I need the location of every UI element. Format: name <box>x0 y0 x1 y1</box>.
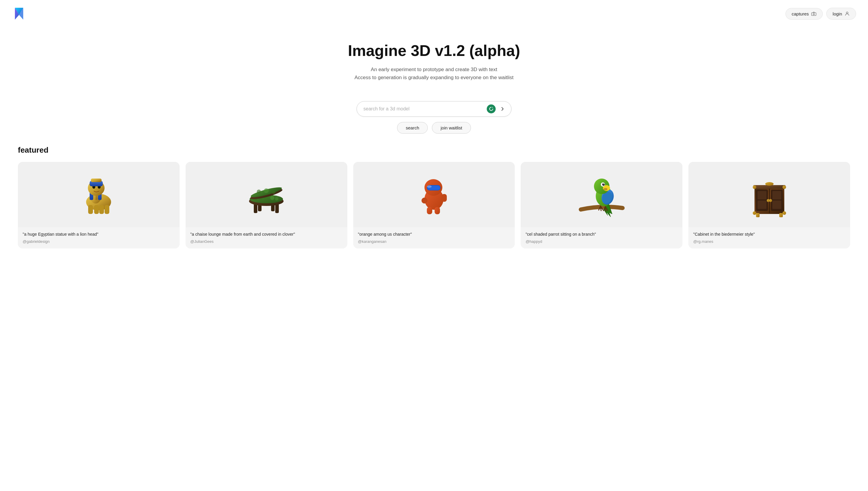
featured-card-2[interactable]: "a chaise lounge made from earth and cov… <box>186 162 347 249</box>
svg-rect-67 <box>779 213 783 217</box>
hero-subtitle-line2: Access to generation is gradually expand… <box>354 75 514 80</box>
svg-point-65 <box>783 211 786 215</box>
search-action-buttons: search join waitlist <box>397 122 471 134</box>
svg-rect-1 <box>812 13 816 16</box>
card-content-4: "cel shaded parrot sitting on a branch" … <box>521 227 682 249</box>
featured-title: featured <box>18 146 850 155</box>
card-image-2 <box>186 162 347 227</box>
card-author-3: @karanganesan <box>358 239 510 244</box>
card-image-5 <box>688 162 850 227</box>
featured-section: featured <box>0 134 868 260</box>
svg-point-63 <box>783 185 786 189</box>
svg-rect-17 <box>91 178 102 182</box>
arrow-right-icon <box>499 106 506 112</box>
search-button[interactable]: search <box>397 122 428 134</box>
search-submit-button[interactable] <box>498 105 507 113</box>
hero-subtitle-line1: An early experiment to prototype and cre… <box>371 67 497 72</box>
svg-point-28 <box>275 197 278 201</box>
svg-rect-39 <box>427 207 432 214</box>
card-content-1: "a huge Egyptian statue with a lion head… <box>18 227 180 249</box>
svg-point-68 <box>765 182 774 186</box>
svg-point-64 <box>753 211 756 215</box>
svg-point-32 <box>264 189 269 193</box>
card-author-1: @gabrieldesign <box>23 239 175 244</box>
search-section: search join waitlist <box>0 101 868 134</box>
hero-title: Imagine 3D v1.2 (alpha) <box>6 42 862 59</box>
card-description-5: "Cabinet in the biedermeier style" <box>693 232 845 237</box>
svg-rect-59 <box>772 201 781 209</box>
card-description-3: "orange among us character" <box>358 232 510 237</box>
join-waitlist-button[interactable]: join waitlist <box>432 122 471 134</box>
card-author-2: @JulianGees <box>190 239 343 244</box>
cards-grid: "a huge Egyptian statue with a lion head… <box>18 162 850 249</box>
refresh-icon <box>489 107 494 111</box>
login-button[interactable]: login <box>826 8 856 20</box>
card-author-5: @rg.manes <box>693 239 845 244</box>
card-description-4: "cel shaded parrot sitting on a branch" <box>525 232 678 237</box>
card-author-4: @happyd <box>525 239 678 244</box>
captures-label: captures <box>792 11 809 17</box>
card-content-5: "Cabinet in the biedermeier style" @rg.m… <box>688 227 850 249</box>
svg-point-33 <box>272 191 275 194</box>
featured-card-3[interactable]: "orange among us character" @karanganesa… <box>353 162 515 249</box>
svg-rect-6 <box>94 205 99 214</box>
header-buttons: captures login <box>786 8 856 20</box>
search-bar <box>357 101 511 117</box>
hero-subtitle: An early experiment to prototype and cre… <box>6 65 862 82</box>
logo[interactable] <box>12 5 26 22</box>
svg-point-3 <box>846 12 848 14</box>
card-image-4 <box>521 162 682 227</box>
featured-card-1[interactable]: "a huge Egyptian statue with a lion head… <box>18 162 180 249</box>
card-description-1: "a huge Egyptian statue with a lion head… <box>23 232 175 237</box>
svg-rect-7 <box>99 205 104 214</box>
refresh-icon-button[interactable] <box>487 105 496 113</box>
login-label: login <box>833 11 842 17</box>
svg-point-2 <box>813 13 815 15</box>
svg-rect-40 <box>435 207 440 214</box>
featured-card-4[interactable]: "cel shaded parrot sitting on a branch" … <box>521 162 682 249</box>
svg-point-42 <box>427 185 432 188</box>
camera-icon <box>811 11 816 16</box>
svg-point-62 <box>753 185 756 189</box>
svg-point-61 <box>769 199 772 202</box>
header: captures login <box>0 0 868 27</box>
card-content-3: "orange among us character" @karanganesa… <box>353 227 515 249</box>
svg-rect-8 <box>105 205 109 214</box>
card-image-1 <box>18 162 180 227</box>
featured-card-5[interactable]: "Cabinet in the biedermeier style" @rg.m… <box>688 162 850 249</box>
svg-rect-58 <box>772 191 781 199</box>
card-image-3 <box>353 162 515 227</box>
svg-rect-56 <box>758 201 766 209</box>
svg-point-31 <box>257 190 261 194</box>
svg-rect-66 <box>756 213 760 217</box>
svg-rect-5 <box>88 205 93 214</box>
svg-rect-55 <box>758 191 766 199</box>
search-input[interactable] <box>363 106 487 112</box>
captures-button[interactable]: captures <box>786 8 823 20</box>
svg-rect-38 <box>441 194 447 202</box>
user-icon <box>844 11 850 17</box>
svg-point-41 <box>422 198 428 204</box>
card-description-2: "a chaise lounge made from earth and cov… <box>190 232 343 237</box>
card-content-2: "a chaise lounge made from earth and cov… <box>186 227 347 249</box>
svg-point-50 <box>603 183 604 184</box>
hero-section: Imagine 3D v1.2 (alpha) An early experim… <box>0 27 868 90</box>
svg-point-26 <box>270 196 274 200</box>
